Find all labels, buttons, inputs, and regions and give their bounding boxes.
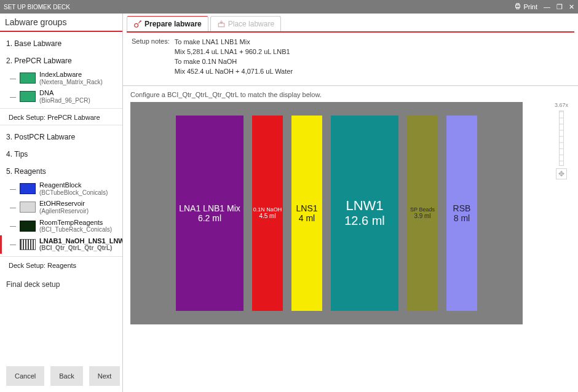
tube-label: LNW1 bbox=[346, 198, 383, 214]
tube-label: 0.1N NaOH bbox=[253, 206, 282, 213]
tube-volume: 3.9 ml bbox=[414, 213, 430, 219]
svg-point-3 bbox=[135, 23, 138, 27]
collapse-icon[interactable]: — bbox=[10, 93, 16, 100]
labware-item-dna[interactable]: — DNA (BioRad_96_PCR) bbox=[0, 87, 122, 106]
tube-label: LNS1 bbox=[296, 203, 317, 213]
labware-icon bbox=[20, 73, 36, 84]
labware-icon bbox=[20, 221, 36, 232]
tube-0-1n-naoh: 0.1N NaOH4.5 ml bbox=[252, 116, 283, 311]
collapse-icon[interactable]: — bbox=[10, 186, 16, 192]
close-button[interactable]: ✕ bbox=[569, 3, 574, 11]
back-button[interactable]: Back bbox=[50, 366, 82, 386]
tube-rsb: RSB8 ml bbox=[446, 116, 477, 311]
sidebar-footer: Cancel Back Next bbox=[0, 360, 122, 392]
config-area: Configure a BCI_Qtr_QtrL_Qtr_QtrL to mat… bbox=[123, 85, 578, 392]
maximize-button[interactable]: ❐ bbox=[556, 3, 563, 11]
setup-note-line: To make 0.1N NaOH bbox=[175, 57, 293, 67]
cancel-button[interactable]: Cancel bbox=[6, 366, 44, 386]
labware-icon bbox=[20, 183, 36, 194]
final-deck-setup[interactable]: Final deck setup bbox=[0, 275, 122, 294]
collapse-icon[interactable]: — bbox=[10, 241, 16, 248]
minimize-button[interactable]: — bbox=[544, 3, 550, 10]
labware-item-etohreservoir[interactable]: — EtOHReservoir (AgilentReservoir) bbox=[0, 198, 122, 216]
svg-rect-5 bbox=[218, 23, 224, 27]
tube-volume: 4.5 ml bbox=[259, 213, 275, 219]
zoom-controls: 3.67x ✥ bbox=[555, 102, 571, 179]
title-bar: SET UP BIOMEK DECK Print — ❐ ✕ bbox=[0, 0, 578, 14]
tube-volume: 8 ml bbox=[454, 213, 470, 223]
next-button[interactable]: Next bbox=[89, 366, 121, 386]
setup-notes-body: To make LNA1 LNB1 Mix Mix 5,281.4 uL LNA… bbox=[175, 37, 293, 77]
tube-lns1: LNS14 ml bbox=[291, 116, 322, 311]
print-icon bbox=[514, 2, 521, 11]
window-title: SET UP BIOMEK DECK bbox=[4, 4, 514, 10]
main-layout: Labware groups 1. Base Labware 2. PrePCR… bbox=[0, 14, 578, 392]
setup-note-line: Mix 452.4 uL NaOH + 4,071.6 uL Water bbox=[175, 67, 293, 77]
svg-rect-1 bbox=[517, 4, 519, 6]
labware-icon bbox=[20, 239, 36, 250]
labware-item-indexlabware[interactable]: — IndexLabware (Nextera_Matrix_Rack) bbox=[0, 69, 122, 87]
prepare-icon bbox=[133, 20, 142, 28]
labware-sub: (BioRad_96_PCR) bbox=[39, 97, 90, 104]
tube-rack-display: LNA1 LNB1 Mix6.2 ml0.1N NaOH4.5 mlLNS14 … bbox=[130, 102, 523, 324]
labware-icon bbox=[20, 91, 36, 102]
tube-volume: 12.6 ml bbox=[344, 214, 385, 228]
labware-name: ReagentBlock bbox=[39, 181, 108, 189]
sidebar-content: 1. Base Labware 2. PrePCR Labware — Inde… bbox=[0, 32, 122, 360]
tab-prepare-labware[interactable]: Prepare labware bbox=[127, 16, 208, 31]
collapse-icon[interactable]: — bbox=[10, 204, 16, 211]
collapse-icon[interactable]: — bbox=[10, 222, 16, 229]
collapse-icon[interactable]: — bbox=[10, 75, 16, 82]
tube-label: LNA1 LNB1 Mix bbox=[179, 203, 240, 213]
tube-lna1-lnb1-mix: LNA1 LNB1 Mix6.2 ml bbox=[176, 116, 243, 311]
setup-note-line: To make LNA1 LNB1 Mix bbox=[175, 37, 293, 47]
labware-sub: (Nextera_Matrix_Rack) bbox=[39, 79, 103, 86]
tube-label: RSB bbox=[453, 203, 471, 213]
group-reagents[interactable]: 5. Reagents bbox=[0, 162, 122, 179]
deck-wrap: LNA1 LNB1 Mix6.2 ml0.1N NaOH4.5 mlLNS14 … bbox=[130, 102, 571, 324]
zoom-value: 3.67x bbox=[555, 102, 568, 108]
labware-name: EtOHReservoir bbox=[39, 200, 89, 208]
tube-label: SP Beads bbox=[410, 206, 435, 213]
svg-rect-2 bbox=[517, 7, 519, 9]
print-label: Print bbox=[523, 3, 537, 10]
tube-volume: 4 ml bbox=[299, 213, 315, 223]
group-prepcr-labware[interactable]: 2. PrePCR Labware bbox=[0, 52, 122, 69]
labware-name: IndexLabware bbox=[39, 71, 103, 79]
tab-place-labware[interactable]: Place labware bbox=[210, 16, 281, 31]
setup-note-line: Mix 5,281.4 uL LNA1 + 960.2 uL LNB1 bbox=[175, 47, 293, 57]
config-instruction: Configure a BCI_Qtr_QtrL_Qtr_QtrL to mat… bbox=[130, 91, 571, 98]
labware-item-reagentblock[interactable]: — ReagentBlock (BCTubeBlock_Conicals) bbox=[0, 179, 122, 198]
pan-control[interactable]: ✥ bbox=[556, 168, 567, 179]
tab-place-label: Place labware bbox=[228, 20, 274, 28]
group-tips[interactable]: 4. Tips bbox=[0, 145, 122, 162]
tab-prepare-label: Prepare labware bbox=[144, 20, 202, 28]
content-area: Prepare labware Place labware Setup note… bbox=[123, 14, 578, 392]
svg-point-4 bbox=[140, 20, 141, 22]
labware-item-roomtempreagents[interactable]: — RoomTempReagents (BCI_TubeRack_Conical… bbox=[0, 217, 122, 235]
sidebar: Labware groups 1. Base Labware 2. PrePCR… bbox=[0, 14, 123, 392]
zoom-slider[interactable] bbox=[559, 111, 564, 166]
group-postpcr-labware[interactable]: 3. PostPCR Labware bbox=[0, 128, 122, 145]
sidebar-header: Labware groups bbox=[0, 14, 122, 32]
labware-sub: (BCI_TubeRack_Conicals) bbox=[39, 226, 112, 233]
tube-lnw1: LNW112.6 ml bbox=[331, 116, 398, 311]
deck-setup-prepcr[interactable]: Deck Setup: PrePCR Labware bbox=[0, 108, 122, 125]
labware-sub: (BCI_Qtr_QtrL_Qtr_QtrL) bbox=[39, 245, 122, 252]
labware-item-lnab1-selected[interactable]: — LNAB1_NaOH_LNS1_LNW1_SP_RSB (BCI_Qtr_Q… bbox=[0, 235, 122, 254]
deck-setup-reagents[interactable]: Deck Setup: Reagents bbox=[0, 256, 122, 273]
svg-rect-0 bbox=[516, 5, 520, 7]
place-icon bbox=[217, 20, 226, 28]
tube-volume: 6.2 ml bbox=[198, 213, 221, 223]
labware-sub: (AgilentReservoir) bbox=[39, 208, 89, 215]
setup-notes: Setup notes: To make LNA1 LNB1 Mix Mix 5… bbox=[123, 33, 578, 82]
group-base-labware[interactable]: 1. Base Labware bbox=[0, 34, 122, 52]
setup-notes-label: Setup notes: bbox=[132, 37, 170, 77]
labware-name: RoomTempReagents bbox=[39, 219, 112, 227]
titlebar-buttons: Print — ❐ ✕ bbox=[514, 2, 574, 11]
labware-sub: (BCTubeBlock_Conicals) bbox=[39, 189, 108, 197]
labware-name: LNAB1_NaOH_LNS1_LNW1_SP_RSB bbox=[39, 237, 122, 245]
tabs: Prepare labware Place labware bbox=[127, 16, 574, 33]
print-button[interactable]: Print bbox=[514, 2, 537, 11]
tube-sp-beads: SP Beads3.9 ml bbox=[407, 116, 438, 311]
